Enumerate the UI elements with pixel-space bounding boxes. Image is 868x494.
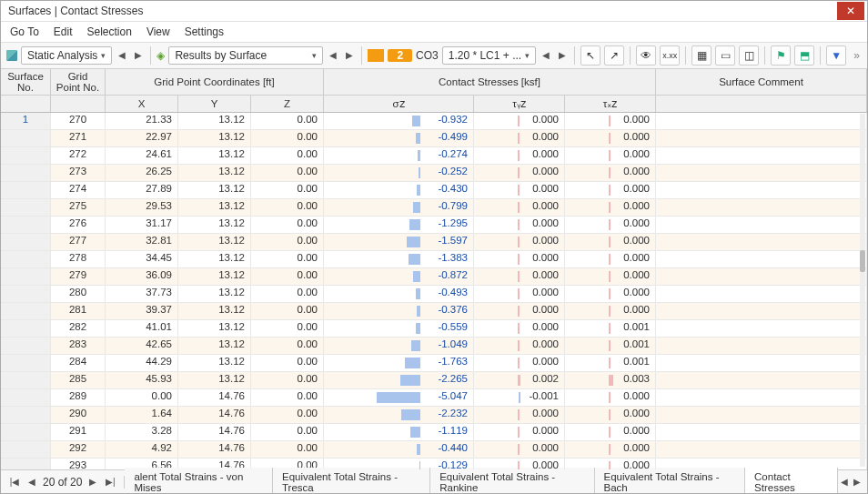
table-row[interactable]: 2924.9214.760.00-0.4400.0000.000 (1, 441, 867, 459)
col-y[interactable]: Y (178, 96, 251, 112)
cell-z: 0.00 (251, 147, 324, 164)
scroll-thumb[interactable] (860, 250, 865, 272)
cell-surface-no (1, 441, 51, 458)
table-row[interactable]: 28545.9313.120.00-2.2650.0020.003 (1, 372, 867, 389)
cell-surface-no (1, 407, 51, 423)
col-group-coords[interactable]: Grid Point Coordinates [ft] (106, 69, 324, 95)
eye-icon[interactable]: 👁 (636, 45, 656, 66)
select-arrow-icon[interactable]: ↖ (580, 45, 601, 66)
panel-icon[interactable]: ▭ (715, 45, 735, 66)
col-surface-no[interactable]: Surface No. (1, 69, 51, 95)
table-row[interactable]: 27427.8913.120.00-0.4300.0000.000 (1, 182, 867, 199)
table-row[interactable]: 27732.8113.120.00-1.5970.0000.000 (1, 234, 867, 251)
cell-surface-no (1, 165, 51, 181)
table-row[interactable]: 28444.2913.120.00-1.7630.0000.001 (1, 355, 867, 372)
next-page-button[interactable]: ▶ (86, 477, 99, 487)
cell-surface-no: 1 (1, 113, 51, 129)
tab[interactable]: Contact Stresses (745, 468, 838, 495)
analysis-dropdown[interactable]: Static Analysis ▾ (21, 46, 112, 65)
tab[interactable]: Equivalent Total Strains - Bach (595, 468, 746, 495)
separator (820, 46, 821, 65)
cell-point: 277 (51, 234, 106, 250)
cell-y: 13.12 (178, 199, 251, 216)
window-icon[interactable]: ◫ (739, 45, 759, 66)
cell-x: 1.64 (106, 407, 178, 423)
table-row[interactable]: 28139.3713.120.00-0.3760.0000.000 (1, 303, 867, 320)
next-button[interactable]: ▶ (132, 50, 145, 60)
filter-icon[interactable]: ▼ (826, 45, 846, 66)
prev-button[interactable]: ◀ (327, 50, 339, 60)
flag-icon[interactable]: ⚑ (771, 45, 791, 66)
window-title: Surfaces | Contact Stresses (8, 5, 144, 17)
cell-sz: -1.763 (324, 355, 474, 371)
table-row[interactable]: 27122.9713.120.00-0.4990.0000.000 (1, 130, 867, 147)
next-button[interactable]: ▶ (343, 50, 356, 60)
col-x[interactable]: X (106, 96, 178, 112)
cell-txz: 0.000 (565, 286, 656, 302)
select-cursor-icon[interactable]: ↗ (604, 45, 624, 66)
prev-button[interactable]: ◀ (116, 50, 128, 60)
table-row[interactable]: 27326.2513.120.00-0.2520.0000.000 (1, 165, 867, 182)
col-grid-sub (51, 96, 106, 112)
col-comment[interactable]: Surface Comment (656, 69, 867, 95)
table-row[interactable]: 27224.6113.120.00-0.2740.0000.000 (1, 147, 867, 165)
cell-z: 0.00 (251, 165, 324, 181)
cell-comment (656, 303, 867, 319)
table-row[interactable]: 2913.2814.760.00-1.1190.0000.000 (1, 424, 867, 441)
table-row[interactable]: 27631.1713.120.00-1.2950.0000.000 (1, 217, 867, 234)
table-row[interactable]: 27834.4513.120.00-1.3830.0000.000 (1, 251, 867, 268)
first-page-button[interactable]: |◀ (8, 477, 21, 487)
table-row[interactable]: 28241.0113.120.00-0.5590.0000.001 (1, 320, 867, 338)
table-row[interactable]: 2890.0014.760.00-5.047-0.0010.000 (1, 389, 867, 407)
tab-scroll-left[interactable]: ◀ (838, 477, 851, 487)
prev-page-button[interactable]: ◀ (25, 477, 38, 487)
results-dropdown[interactable]: Results by Surface ▾ (168, 46, 323, 65)
last-page-button[interactable]: ▶| (104, 477, 116, 487)
cell-x: 44.29 (106, 355, 178, 371)
cell-surface-no (1, 338, 51, 354)
cell-comment (656, 441, 867, 458)
cell-y: 13.12 (178, 165, 251, 181)
table-row[interactable]: 27936.0913.120.00-0.8720.0000.000 (1, 268, 867, 286)
more-icon[interactable]: » (853, 49, 860, 62)
export-excel-icon[interactable]: ⬒ (794, 45, 814, 66)
table-row[interactable]: 27529.5313.120.00-0.7990.0000.000 (1, 199, 867, 217)
menu-view[interactable]: View (146, 25, 170, 38)
cell-comment (656, 424, 867, 440)
col-txz[interactable]: τₓᴢ (565, 96, 656, 112)
table-row[interactable]: 127021.3313.120.00-0.9320.0000.000 (1, 113, 867, 130)
menu-edit[interactable]: Edit (54, 25, 73, 38)
tab-scroll-right[interactable]: ▶ (851, 477, 863, 487)
prev-button[interactable]: ◀ (540, 50, 552, 60)
menu-goto[interactable]: Go To (10, 25, 39, 38)
cell-txz: 0.000 (565, 459, 656, 469)
cell-surface-no (1, 130, 51, 146)
decimal-icon[interactable]: x.xx (660, 45, 680, 66)
col-z[interactable]: Z (251, 96, 324, 112)
tab[interactable]: Equivalent Total Strains - Rankine (430, 468, 594, 495)
cell-x: 0.00 (106, 389, 178, 406)
cell-point: 279 (51, 268, 106, 285)
separator (150, 46, 151, 65)
col-group-stress[interactable]: Contact Stresses [ksf] (324, 69, 656, 95)
menu-selection[interactable]: Selection (87, 25, 132, 38)
table-row[interactable]: 28037.7313.120.00-0.4930.0000.000 (1, 286, 867, 303)
table-row[interactable]: 2901.6414.760.00-2.2320.0000.000 (1, 407, 867, 424)
next-button[interactable]: ▶ (556, 50, 569, 60)
cell-sz: -0.129 (324, 459, 474, 469)
combo-dropdown[interactable]: 1.20 * LC1 + ... ▾ (442, 46, 536, 65)
cell-x: 37.73 (106, 286, 178, 302)
col-grid-point[interactable]: Grid Point No. (51, 69, 106, 95)
col-sz[interactable]: σᴢ (324, 96, 474, 112)
menu-settings[interactable]: Settings (185, 25, 224, 38)
close-button[interactable]: ✕ (837, 2, 864, 20)
vertical-scrollbar[interactable] (860, 114, 865, 467)
cell-comment (656, 165, 867, 181)
cell-point: 271 (51, 130, 106, 146)
col-tyz[interactable]: τᵧᴢ (474, 96, 565, 112)
cell-y: 13.12 (178, 320, 251, 337)
tab[interactable]: alent Total Strains - von Mises (125, 468, 273, 495)
tab[interactable]: Equivalent Total Strains - Tresca (273, 468, 430, 495)
grid-icon[interactable]: ▦ (691, 45, 712, 66)
table-row[interactable]: 28342.6513.120.00-1.0490.0000.001 (1, 338, 867, 355)
